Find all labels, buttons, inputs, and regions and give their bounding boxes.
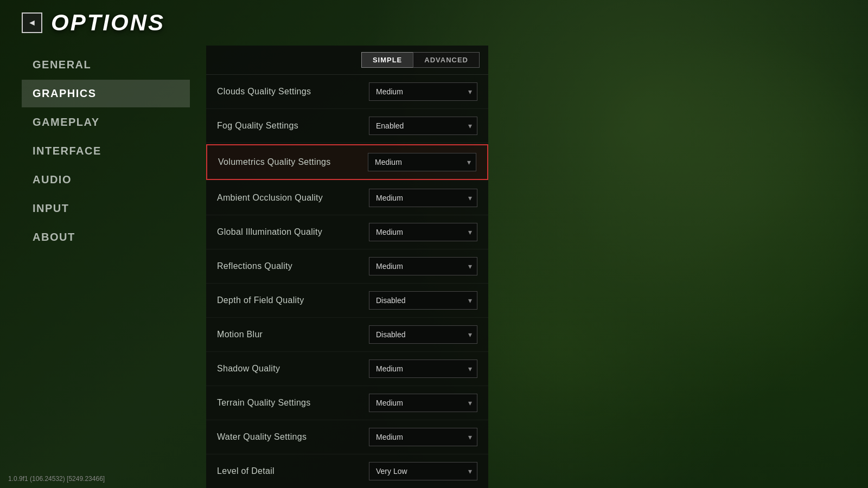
setting-row-depth-of-field: Depth of Field Quality Disabled Low Medi… [206, 284, 488, 318]
sidebar: GENERAL GRAPHICS GAMEPLAY INTERFACE AUDI… [22, 46, 190, 488]
global-illumination-select-wrapper: Disabled Low Medium High Ultra [369, 223, 477, 241]
setting-row-lod: Level of Detail Very Low Low Medium High… [206, 454, 488, 488]
sidebar-item-about[interactable]: ABOUT [22, 223, 190, 251]
setting-label-clouds: Clouds Quality Settings [217, 87, 362, 97]
setting-label-water: Water Quality Settings [217, 432, 362, 442]
setting-label-shadow: Shadow Quality [217, 364, 362, 374]
setting-row-motion-blur: Motion Blur Disabled Low Medium High [206, 318, 488, 352]
setting-label-global-illumination: Global Illumination Quality [217, 227, 362, 237]
fog-select-wrapper: Disabled Enabled [369, 117, 477, 135]
shadow-select[interactable]: Low Medium High Ultra [369, 359, 477, 378]
setting-row-fog: Fog Quality Settings Disabled Enabled [206, 109, 488, 143]
panel-header: SIMPLE ADVANCED [206, 46, 488, 75]
setting-label-reflections: Reflections Quality [217, 261, 362, 271]
volumetrics-select-wrapper: Low Medium High Ultra [368, 153, 476, 171]
setting-row-shadow: Shadow Quality Low Medium High Ultra [206, 352, 488, 386]
setting-row-volumetrics: Volumetrics Quality Settings Low Medium … [206, 144, 488, 180]
fog-select[interactable]: Disabled Enabled [369, 117, 477, 135]
terrain-select-wrapper: Low Medium High Ultra [369, 394, 477, 412]
settings-list: Clouds Quality Settings Low Medium High … [206, 75, 488, 488]
setting-label-motion-blur: Motion Blur [217, 330, 362, 339]
setting-row-reflections: Reflections Quality Disabled Low Medium … [206, 249, 488, 284]
reflections-select-wrapper: Disabled Low Medium High Ultra [369, 257, 477, 275]
settings-panel: SIMPLE ADVANCED Clouds Quality Settings … [206, 46, 488, 488]
tab-advanced[interactable]: ADVANCED [413, 52, 480, 68]
motion-blur-select[interactable]: Disabled Low Medium High [369, 325, 477, 344]
setting-label-lod: Level of Detail [217, 466, 362, 476]
sidebar-item-interface[interactable]: INTERFACE [22, 137, 190, 165]
version-info: 1.0.9f1 (106.24532) [5249.23466] [8, 475, 105, 483]
water-select-wrapper: Low Medium High Ultra [369, 428, 477, 446]
setting-label-depth-of-field: Depth of Field Quality [217, 296, 362, 305]
sidebar-item-audio[interactable]: AUDIO [22, 166, 190, 194]
depth-of-field-select-wrapper: Disabled Low Medium High [369, 291, 477, 310]
setting-label-volumetrics: Volumetrics Quality Settings [218, 157, 361, 167]
clouds-select-wrapper: Low Medium High Ultra [369, 82, 477, 101]
setting-row-terrain: Terrain Quality Settings Low Medium High… [206, 386, 488, 420]
reflections-select[interactable]: Disabled Low Medium High Ultra [369, 257, 477, 275]
motion-blur-select-wrapper: Disabled Low Medium High [369, 325, 477, 344]
page-title: OPTIONS [51, 10, 165, 36]
setting-row-ambient-occlusion: Ambient Occlusion Quality Disabled Low M… [206, 181, 488, 215]
sidebar-item-gameplay[interactable]: GAMEPLAY [22, 108, 190, 136]
volumetrics-select[interactable]: Low Medium High Ultra [368, 153, 476, 171]
sidebar-item-general[interactable]: GENERAL [22, 51, 190, 79]
depth-of-field-select[interactable]: Disabled Low Medium High [369, 291, 477, 310]
tab-simple[interactable]: SIMPLE [361, 52, 413, 68]
sidebar-item-input[interactable]: INPUT [22, 195, 190, 222]
setting-row-clouds: Clouds Quality Settings Low Medium High … [206, 75, 488, 109]
setting-label-fog: Fog Quality Settings [217, 121, 362, 131]
clouds-select[interactable]: Low Medium High Ultra [369, 82, 477, 101]
terrain-select[interactable]: Low Medium High Ultra [369, 394, 477, 412]
setting-label-terrain: Terrain Quality Settings [217, 398, 362, 408]
water-select[interactable]: Low Medium High Ultra [369, 428, 477, 446]
sidebar-item-graphics[interactable]: GRAPHICS [22, 80, 190, 107]
shadow-select-wrapper: Low Medium High Ultra [369, 359, 477, 378]
ambient-occlusion-select[interactable]: Disabled Low Medium High Ultra [369, 189, 477, 207]
ambient-occlusion-select-wrapper: Disabled Low Medium High Ultra [369, 189, 477, 207]
lod-select[interactable]: Very Low Low Medium High Ultra [369, 462, 477, 480]
back-icon: ◄ [28, 18, 36, 28]
setting-label-ambient-occlusion: Ambient Occlusion Quality [217, 193, 362, 203]
back-button[interactable]: ◄ [22, 12, 42, 33]
setting-row-global-illumination: Global Illumination Quality Disabled Low… [206, 215, 488, 249]
setting-row-water: Water Quality Settings Low Medium High U… [206, 420, 488, 454]
lod-select-wrapper: Very Low Low Medium High Ultra [369, 462, 477, 480]
global-illumination-select[interactable]: Disabled Low Medium High Ultra [369, 223, 477, 241]
